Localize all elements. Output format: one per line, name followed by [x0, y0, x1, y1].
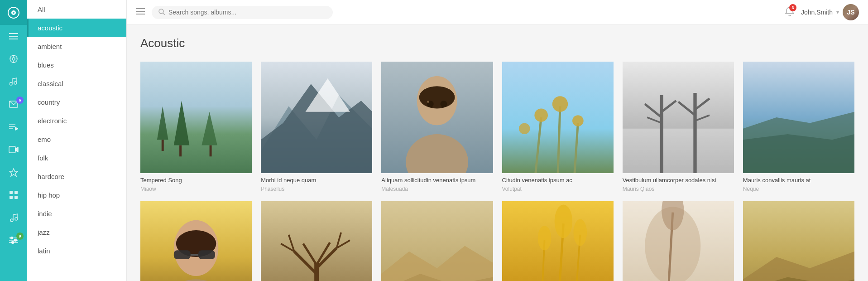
sidebar-item-blues[interactable]: blues [27, 56, 126, 74]
sidebar-item-emo[interactable]: emo [27, 130, 126, 149]
icon-bar: 6 [0, 0, 27, 281]
svg-rect-83 [174, 250, 191, 259]
music-card-7[interactable] [140, 201, 252, 281]
svg-line-39 [163, 13, 165, 15]
svg-rect-20 [10, 191, 13, 194]
card-image-10 [502, 201, 614, 281]
menu-icon[interactable] [136, 8, 145, 17]
svg-point-33 [14, 239, 17, 242]
svg-point-57 [427, 101, 429, 103]
music-card-9[interactable] [381, 201, 493, 281]
svg-point-62 [534, 108, 548, 122]
search-input[interactable] [168, 9, 326, 16]
svg-line-26 [13, 214, 18, 215]
main-area: 3 John.Smith ▾ JS Acoustic [127, 0, 868, 281]
card-artist-1: Miaow [140, 186, 252, 192]
sidebar-icon-equalizer[interactable]: 9 [0, 229, 27, 252]
card-image-4 [502, 62, 614, 173]
email-badge: 6 [16, 97, 24, 104]
sidebar-icon-email[interactable]: 6 [0, 93, 27, 116]
sidebar-icon-playlist[interactable] [0, 116, 27, 138]
card-title-3: Aliquam sollicitudin venenatis ipsum [381, 177, 493, 184]
svg-marker-19 [10, 169, 18, 176]
svg-point-105 [537, 226, 551, 250]
sidebar-item-ambient[interactable]: ambient [27, 37, 126, 56]
avatar: JS [843, 4, 859, 20]
card-title-4: Citudin venenatis ipsum ac [502, 177, 614, 184]
card-image-12 [743, 201, 854, 281]
svg-point-28 [15, 218, 18, 220]
svg-rect-40 [140, 62, 252, 173]
sidebar-item-jazz[interactable]: jazz [27, 223, 126, 242]
sidebar-item-country[interactable]: country [27, 93, 126, 111]
svg-point-54 [419, 86, 455, 108]
user-menu[interactable]: John.Smith ▾ JS [801, 4, 859, 20]
svg-point-56 [441, 101, 447, 107]
svg-point-32 [11, 237, 13, 239]
card-image-3 [381, 62, 493, 173]
sidebar-item-latin[interactable]: latin [27, 242, 126, 260]
notification-badge: 3 [789, 4, 796, 11]
sidebar-icon-radio[interactable] [0, 48, 27, 70]
card-image-7 [140, 201, 252, 281]
card-title-2: Morbi id neque quam [261, 177, 372, 184]
music-card-4[interactable]: Citudin venenatis ipsum ac Volutpat [502, 62, 614, 192]
music-card-10[interactable] [502, 201, 614, 281]
music-card-12[interactable] [743, 201, 854, 281]
svg-point-24 [10, 219, 13, 222]
svg-rect-44 [162, 140, 164, 151]
music-card-2[interactable]: Morbi id neque quam Phasellus [261, 62, 372, 192]
card-artist-3: Malesuada [381, 186, 493, 192]
music-card-8[interactable] [261, 201, 372, 281]
music-card-3[interactable]: Aliquam sollicitudin venenatis ipsum Mal… [381, 62, 493, 192]
svg-marker-18 [15, 147, 18, 152]
svg-point-63 [552, 96, 567, 111]
music-card-5[interactable]: Vestibulum ullamcorper sodales nisi Maur… [623, 62, 734, 192]
svg-point-101 [554, 204, 572, 238]
sidebar-item-folk[interactable]: folk [27, 149, 126, 167]
genre-sidebar: All acoustic ambient blues classical cou… [27, 0, 127, 281]
svg-rect-67 [623, 129, 734, 173]
card-title-5: Vestibulum ullamcorper sodales nisi [623, 177, 734, 184]
topbar-right: 3 John.Smith ▾ JS [785, 4, 859, 20]
sidebar-item-electronic[interactable]: electronic [27, 111, 126, 130]
notification-bell[interactable]: 3 [785, 6, 794, 18]
sidebar-item-all[interactable]: All [27, 0, 126, 19]
card-artist-6: Neque [743, 186, 854, 192]
sidebar-item-hardcore[interactable]: hardcore [27, 167, 126, 186]
equalizer-badge: 9 [16, 233, 24, 240]
sidebar-item-classical[interactable]: classical [27, 74, 126, 93]
dropdown-arrow-icon: ▾ [836, 9, 839, 15]
app-logo[interactable] [0, 0, 27, 25]
sidebar-icon-video[interactable] [0, 138, 27, 161]
music-card-1[interactable]: Tempered Song Miaow [140, 62, 252, 192]
card-image-8 [261, 201, 372, 281]
card-image-11 [623, 201, 734, 281]
svg-marker-16 [15, 127, 18, 130]
sidebar-item-hiphop[interactable]: hip hop [27, 186, 126, 204]
card-image-5 [623, 62, 734, 173]
sidebar-icon-menu[interactable] [0, 25, 27, 48]
svg-rect-46 [210, 145, 212, 157]
svg-point-64 [572, 115, 584, 126]
card-title-6: Mauris convallis mauris at [743, 177, 854, 184]
sidebar-icon-star[interactable] [0, 161, 27, 184]
svg-rect-45 [179, 145, 182, 157]
svg-point-2 [13, 12, 14, 14]
sidebar-item-acoustic[interactable]: acoustic [27, 19, 126, 37]
card-image-9 [381, 201, 493, 281]
svg-point-38 [159, 9, 163, 14]
card-image-1 [140, 62, 252, 173]
user-name: John.Smith [801, 9, 833, 16]
music-card-11[interactable] [623, 201, 734, 281]
sidebar-icon-music[interactable] [0, 70, 27, 93]
sidebar-item-indie[interactable]: indie [27, 204, 126, 223]
sidebar-icon-grid[interactable] [0, 184, 27, 206]
svg-point-103 [573, 219, 587, 246]
svg-rect-17 [9, 146, 15, 153]
card-title-1: Tempered Song [140, 177, 252, 184]
sidebar-icon-note[interactable] [0, 206, 27, 229]
card-artist-2: Phasellus [261, 186, 372, 192]
music-card-6[interactable]: Mauris convallis mauris at Neque [743, 62, 854, 192]
music-grid: Tempered Song Miaow [140, 62, 854, 281]
